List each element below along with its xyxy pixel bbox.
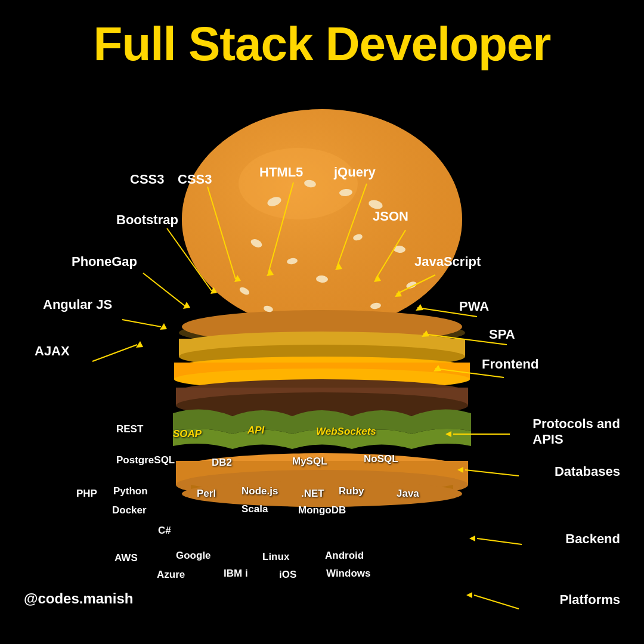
label-css3: CSS3 [130,172,164,187]
ingredient-ibmi: IBM i [224,568,248,580]
label-pwa: PWA [459,299,489,314]
label-spa: SPA [489,327,515,342]
ingredient-csharp: C# [158,525,171,537]
svg-marker-62 [466,592,472,598]
ingredient-azure: Azure [157,569,185,581]
svg-marker-40 [136,341,143,348]
ingredient-nodejs: Node.js [242,485,278,497]
ingredient-aws: AWS [114,552,138,564]
label-javascript: JavaScript [414,254,481,270]
main-content: CSS3 [0,76,644,625]
svg-point-3 [239,148,358,219]
ingredient-perl: Perl [197,488,216,500]
label-html5: HTML5 [259,165,303,180]
ingredient-ruby: Ruby [339,485,364,497]
label-css3: CSS3 [178,172,212,187]
label-phonegap: PhoneGap [72,254,137,270]
ingredient-postgresql: PostgreSQL [116,454,175,466]
label-protocols: Protocols andAPIS [532,416,620,447]
label-platforms: Platforms [560,592,620,608]
watermark: @codes.manish [24,590,133,607]
label-json: JSON [373,209,408,224]
label-angularjs: Angular JS [43,297,112,312]
ingredient-ios: iOS [279,569,296,581]
ingredient-nosql: NoSQL [364,453,398,465]
ingredient-windows: Windows [326,568,370,580]
ingredient-python: Python [113,485,148,497]
svg-line-61 [474,595,519,609]
ingredient-soap: SOAP [173,428,202,440]
svg-point-2 [182,109,462,330]
ingredient-java: Java [397,488,419,500]
svg-line-39 [92,345,137,361]
ingredient-scala: Scala [242,503,268,515]
ingredient-db2: DB2 [212,457,232,469]
label-bootstrap: Bootstrap [116,212,178,228]
label-ajax: AJAX [35,343,70,359]
ingredient-mongodb: MongoDB [298,504,346,516]
burger-illustration [155,100,489,547]
ingredient-rest: REST [116,423,143,435]
label-frontend: Frontend [482,357,538,372]
ingredient-websockets: WebSockets [316,426,376,438]
label-jquery: jQuery [334,165,376,180]
label-databases: Databases [555,464,620,479]
title: Full Stack Developer [0,0,644,70]
ingredient-api: API [247,425,264,436]
ingredient-google: Google [176,550,211,562]
ingredient-mysql: MySQL [292,456,327,467]
ingredient-linux: Linux [262,551,289,563]
ingredient-docker: Docker [112,504,147,516]
ingredient-dotnet: .NET [301,488,324,500]
ingredient-php: PHP [76,488,97,500]
ingredient-android: Android [325,550,364,562]
label-backend: Backend [565,531,620,547]
